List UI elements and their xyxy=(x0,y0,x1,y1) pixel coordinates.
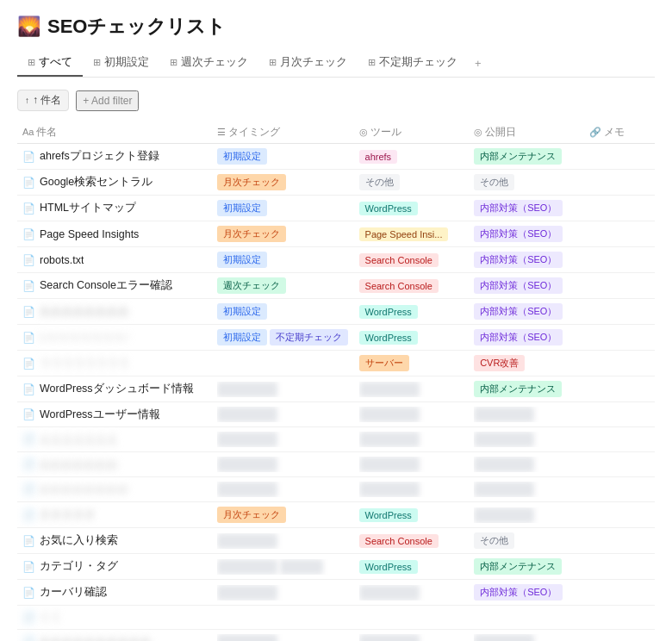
cell-timing xyxy=(212,477,353,502)
blurred-tag xyxy=(474,507,534,523)
cell-public xyxy=(469,402,584,427)
tab-initial[interactable]: ⊞ 初期設定 xyxy=(83,50,159,77)
tab-add[interactable]: + xyxy=(468,52,488,75)
table-row[interactable]: 📄 HTMLサイトマップ 初期設定 WordPress 内部対策（SEO） xyxy=(17,196,655,221)
tag: 初期設定 xyxy=(217,252,267,268)
table-row[interactable]: 📄 robots.txt 初期設定 Search Console 内部対策（SE… xyxy=(17,247,655,273)
cell-timing: 初期設定 不定期チェック xyxy=(212,325,353,351)
cell-name: 📄 えええええええ xyxy=(17,427,212,452)
table-row[interactable]: 📄 ああああああああ 初期設定 WordPress 内部対策（SEO） xyxy=(17,299,655,325)
cell-memo xyxy=(584,630,655,642)
cell-name: 📄 いいいいいいいい xyxy=(17,325,212,351)
row-name: Page Speed Insights xyxy=(40,228,139,240)
cell-memo xyxy=(584,402,655,427)
row-name-blurred: くく xyxy=(40,610,62,625)
doc-icon: 📄 xyxy=(22,254,35,266)
doc-icon: 📄 xyxy=(22,408,35,420)
page-title-icon: 🌄 xyxy=(17,16,40,38)
cell-timing: 初期設定 xyxy=(212,196,353,221)
table-row[interactable]: 📄 えええええええ xyxy=(17,427,655,452)
doc-icon: 📄 xyxy=(22,358,35,370)
tab-icon-all: ⊞ xyxy=(28,57,35,68)
table-row[interactable]: 📄 Google検索セントラル 月次チェック その他 その他 xyxy=(17,170,655,196)
table-row[interactable]: 📄 お気に入り検索 Search Console その他 xyxy=(17,528,655,554)
tab-weekly[interactable]: ⊞ 週次チェック xyxy=(159,50,258,77)
cell-name: 📄 カテゴリ・タグ xyxy=(17,554,212,580)
table-row[interactable]: 📄 カーバリ確認 内部対策（SEO） xyxy=(17,580,655,606)
tab-all[interactable]: ⊞ すべて xyxy=(17,50,83,77)
tag: 初期設定 xyxy=(217,200,267,216)
tag: 内部対策（SEO） xyxy=(474,252,563,268)
cell-public xyxy=(469,630,584,642)
col-header-timing: ☰タイミング xyxy=(212,121,353,144)
tag: CVR改善 xyxy=(474,355,525,371)
cell-name: 📄 くく xyxy=(17,606,212,630)
cell-public: 内部対策（SEO） xyxy=(469,247,584,273)
cell-memo xyxy=(584,377,655,402)
cell-public: その他 xyxy=(469,528,584,554)
tag: Search Console xyxy=(359,534,439,548)
table-row[interactable]: 📄 WordPressダッシュボード情報 内部メンテナンス xyxy=(17,377,655,402)
page-title-row: 🌄 SEOチェックリスト xyxy=(17,14,655,40)
tag: 内部メンテナンス xyxy=(474,148,562,165)
tab-label-monthly: 月次チェック xyxy=(280,55,347,70)
cell-timing xyxy=(212,427,353,452)
cell-name: 📄 お気に入り検索 xyxy=(17,528,212,554)
row-name: お気に入り検索 xyxy=(40,533,118,548)
doc-icon: 📄 xyxy=(22,280,35,292)
cell-name: 📄 Google検索セントラル xyxy=(17,170,212,196)
tab-label-irregular: 不定期チェック xyxy=(379,55,457,70)
cell-public xyxy=(469,452,584,477)
table-row[interactable]: 📄 カテゴリ・タグ WordPress 内部メンテナ xyxy=(17,554,655,580)
blurred-tag xyxy=(217,559,277,575)
main-table: Aa件名 ☰タイミング ◎ツール ◎公開日 🔗メモ xyxy=(17,121,655,641)
cell-public xyxy=(469,477,584,502)
table-row[interactable]: 📄 Page Speed Insights 月次チェック Page Speed … xyxy=(17,221,655,247)
table-row[interactable]: 📄 くく xyxy=(17,606,655,630)
row-name-blurred: ききききき xyxy=(40,507,96,522)
sort-button[interactable]: ↑ ↑ 件名 xyxy=(17,90,69,111)
cell-tool xyxy=(354,606,470,630)
table-row[interactable]: 📄 ああああああああああ xyxy=(17,630,655,642)
tag: 内部メンテナンス xyxy=(474,381,562,397)
add-filter-button[interactable]: + Add filter xyxy=(76,90,139,111)
tab-icon-initial: ⊞ xyxy=(93,57,101,68)
table-row[interactable]: 📄 ききききき 月次チェック WordPress xyxy=(17,502,655,528)
tab-icon-irregular: ⊞ xyxy=(368,57,376,68)
blurred-tag xyxy=(280,559,323,575)
table-row[interactable]: 📄 うううううううう サーバー CVR改善 xyxy=(17,351,655,377)
row-name-blurred: おおおおおおお xyxy=(40,457,118,472)
blurred-tag xyxy=(359,382,420,397)
cell-timing xyxy=(212,580,353,606)
tag: 内部対策（SEO） xyxy=(474,200,563,216)
cell-tool: ahrefs xyxy=(354,144,470,170)
table-row[interactable]: 📄 かかかかかかかか xyxy=(17,477,655,502)
table-row[interactable]: 📄 いいいいいいいい 初期設定 不定期チェック WordPress xyxy=(17,325,655,351)
table-row[interactable]: 📄 おおおおおおお xyxy=(17,452,655,477)
tag: 週次チェック xyxy=(217,277,286,294)
blurred-tag xyxy=(474,634,534,641)
table-row[interactable]: 📄 Search Consoleエラー確認 週次チェック Search Cons… xyxy=(17,273,655,299)
cell-name: 📄 Search Consoleエラー確認 xyxy=(17,273,212,299)
tabs-row: ⊞ すべて ⊞ 初期設定 ⊞ 週次チェック ⊞ 月次チェック ⊞ 不定期チェック… xyxy=(17,50,655,78)
blurred-tag xyxy=(359,634,420,641)
cell-public: 内部対策（SEO） xyxy=(469,273,584,299)
filter-row: ↑ ↑ 件名 + Add filter xyxy=(17,84,655,116)
row-name: WordPressユーザー情報 xyxy=(40,408,160,422)
table-row[interactable]: 📄 WordPressユーザー情報 xyxy=(17,402,655,427)
doc-icon: 📄 xyxy=(22,177,35,189)
doc-icon: 📄 xyxy=(22,151,35,163)
doc-icon: 📄 xyxy=(22,561,35,573)
tab-irregular[interactable]: ⊞ 不定期チェック xyxy=(358,50,468,77)
tab-monthly[interactable]: ⊞ 月次チェック xyxy=(258,50,358,77)
tag: 月次チェック xyxy=(217,507,286,523)
table-row[interactable]: 📄 ahrefsプロジェクト登録 初期設定 ahrefs 内部メンテナンス xyxy=(17,144,655,170)
tag: その他 xyxy=(359,174,400,190)
cell-memo xyxy=(584,554,655,580)
tag: 内部対策（SEO） xyxy=(474,329,563,345)
cell-timing: 初期設定 xyxy=(212,247,353,273)
blurred-tag xyxy=(217,533,277,549)
tag: 初期設定 xyxy=(217,303,267,320)
cell-public: 内部対策（SEO） xyxy=(469,196,584,221)
blurred-tag xyxy=(359,457,420,472)
